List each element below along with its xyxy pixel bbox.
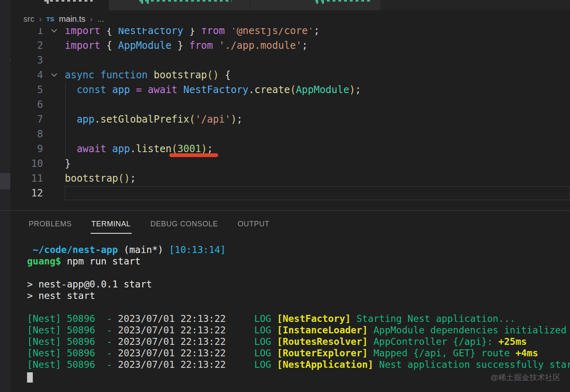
code-content (65, 53, 570, 68)
editor-tab-active[interactable] (10, 0, 109, 10)
typescript-file-icon: TS (46, 16, 55, 23)
scrollbar-handle[interactable] (0, 173, 10, 189)
code-content: import { AppModule } from './app.module'… (65, 38, 570, 53)
code-content: app.setGlobalPrefix('/api'); (65, 112, 570, 127)
terminal-line: [Nest] 50896 - 2023/07/01 22:13:22 LOG [… (27, 313, 570, 324)
terminal-line: > nest start (27, 290, 570, 301)
terminal-line: > nest-app@0.0.1 start (27, 278, 570, 290)
terminal-line: [Nest] 50896 - 2023/07/01 22:13:22 LOG [… (27, 347, 570, 359)
watermark: @稀土掘金技术社区 (490, 372, 561, 383)
fold-chevron-down-icon[interactable] (51, 71, 57, 77)
fold-gutter (43, 38, 65, 53)
line-number: 5 (14, 84, 43, 96)
terminal-line (27, 301, 570, 313)
fold-gutter (43, 186, 65, 201)
editor-tab-bar (10, 0, 570, 10)
code-content (65, 186, 570, 200)
line-number: 12 (14, 187, 43, 199)
left-edge-strip (0, 0, 10, 392)
code-line[interactable]: 12 (0, 186, 570, 201)
breadcrumb: src › TS main.ts › ... (10, 10, 570, 28)
tab-label-remnant (139, 0, 232, 2)
code-line[interactable]: 6 (0, 97, 570, 112)
code-line[interactable]: 8 (0, 127, 570, 141)
code-line[interactable]: 7 app.setGlobalPrefix('/api'); (0, 112, 570, 127)
terminal-line (27, 267, 570, 278)
terminal-line: guang$ npm run start (27, 255, 570, 267)
terminal-line: [Nest] 50896 - 2023/07/01 22:13:22 LOG [… (27, 324, 570, 336)
tab-bar-empty-space (381, 0, 570, 10)
editor-tab-2[interactable] (109, 0, 251, 10)
code-content: } (65, 156, 570, 171)
code-content: async function bootstrap() { (65, 68, 570, 82)
tab-label-remnant (44, 0, 93, 2)
red-underline-annotation (169, 153, 218, 157)
line-number: 2 (14, 40, 43, 51)
line-number: 4 (14, 69, 43, 81)
editor-tab-3[interactable] (251, 0, 381, 10)
line-number: 10 (14, 158, 43, 169)
panel-tab-bar: PROBLEMSTERMINALDEBUG CONSOLEOUTPUT (10, 211, 570, 237)
line-number: 6 (14, 99, 43, 110)
line-number: 9 (14, 143, 43, 155)
indent-guide (65, 82, 66, 156)
code-line[interactable]: 2import { AppModule } from './app.module… (0, 38, 570, 53)
panel-tab-output[interactable]: OUTPUT (238, 220, 270, 228)
code-editor[interactable]: 1import { NestFactory } from '@nestjs/co… (0, 23, 570, 201)
breadcrumb-more[interactable]: ... (97, 14, 104, 24)
panel-divider[interactable] (0, 210, 570, 211)
fold-gutter (43, 97, 65, 112)
fold-gutter (43, 53, 65, 68)
chevron-right-icon: › (39, 14, 42, 24)
line-number: 11 (14, 173, 43, 184)
panel-tab-debug-console[interactable]: DEBUG CONSOLE (150, 220, 218, 228)
code-line[interactable]: 9 await app.listen(3001); (0, 141, 570, 156)
terminal-cursor (27, 372, 33, 383)
terminal-output[interactable]: ~/code/nest-app (main*) [10:13:14]guang$… (10, 244, 570, 392)
terminal-line (27, 370, 570, 382)
code-line[interactable]: 5 const app = await NestFactory.create(A… (0, 82, 570, 97)
terminal-line: [Nest] 50896 - 2023/07/01 22:13:22 LOG [… (27, 336, 570, 347)
code-content: await app.listen(3001); (65, 141, 570, 156)
panel-tab-problems[interactable]: PROBLEMS (29, 220, 72, 228)
code-line[interactable]: 4async function bootstrap() { (0, 68, 570, 82)
fold-gutter (43, 171, 65, 186)
tab-label-remnant (315, 0, 373, 2)
code-content (65, 97, 570, 112)
code-line[interactable]: 11bootstrap(); (0, 171, 570, 186)
code-line[interactable]: 10} (0, 156, 570, 171)
code-content: const app = await NestFactory.create(App… (65, 82, 570, 97)
breadcrumb-folder[interactable]: src (23, 14, 34, 24)
code-line[interactable]: 3 (0, 53, 570, 68)
breadcrumb-file[interactable]: main.ts (59, 14, 85, 24)
code-content (65, 127, 570, 141)
bottom-panel: PROBLEMSTERMINALDEBUG CONSOLEOUTPUT ~/co… (10, 211, 570, 392)
fold-gutter (43, 141, 65, 156)
line-number: 8 (14, 128, 43, 140)
terminal-line: [Nest] 50896 - 2023/07/01 22:13:22 LOG [… (27, 359, 570, 370)
fold-gutter (43, 82, 65, 97)
terminal-line: ~/code/nest-app (main*) [10:13:14] (27, 244, 570, 255)
panel-tab-terminal[interactable]: TERMINAL (91, 220, 131, 228)
code-content: bootstrap(); (65, 171, 570, 186)
line-number: 3 (14, 55, 43, 66)
fold-gutter (43, 112, 65, 127)
fold-gutter (43, 156, 65, 171)
chevron-right-icon: › (90, 14, 93, 24)
fold-gutter (43, 127, 65, 141)
line-number: 7 (14, 114, 43, 125)
fold-gutter (43, 68, 65, 82)
